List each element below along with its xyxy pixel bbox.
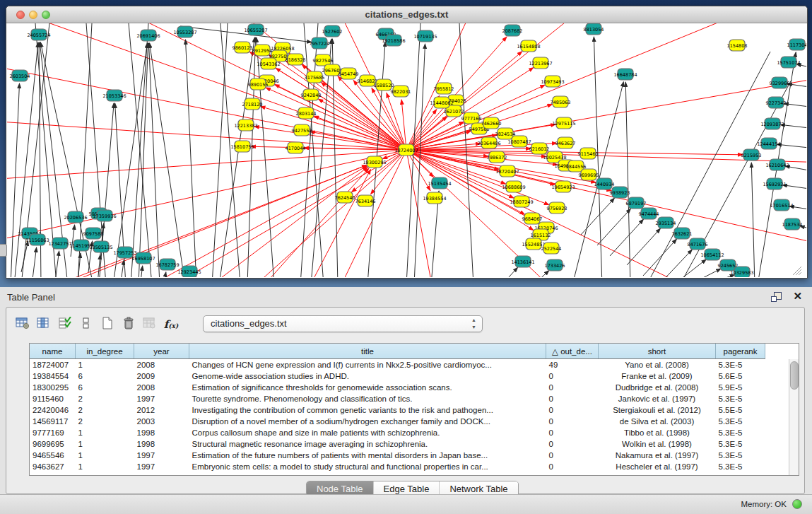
table-row[interactable]: 2242004622012Investigating the contribut… — [30, 404, 765, 416]
graph-node[interactable]: 24055724 — [27, 29, 50, 40]
graph-node[interactable]: 10654112 — [700, 249, 724, 260]
graph-node[interactable]: 9938923 — [610, 187, 630, 198]
table-row[interactable]: 1938455462009Genome-wide association stu… — [30, 370, 765, 382]
graph-node[interactable]: 12093872 — [760, 118, 784, 129]
graph-node[interactable]: 16154808 — [517, 40, 540, 52]
graph-node[interactable]: 7957224 — [310, 37, 330, 49]
graph-node[interactable]: 2803144 — [296, 107, 317, 119]
graph-node[interactable]: 9756928 — [547, 202, 567, 214]
graph-node[interactable]: 7624540 — [335, 192, 355, 203]
table-row[interactable]: 977716911998Corpus callosum shape and si… — [30, 427, 765, 438]
graph-node[interactable]: 15692921 — [763, 178, 786, 189]
graph-node[interactable]: 9427552 — [292, 124, 312, 136]
graph-node[interactable]: 9860123 — [233, 42, 253, 53]
function-builder-icon[interactable]: f(x) — [163, 315, 180, 334]
table-select-dropdown[interactable]: citations_edges.txt ▲▼ — [203, 315, 483, 332]
graph-node[interactable]: 9463627 — [555, 137, 576, 148]
graph-node[interactable]: 1733426 — [545, 259, 565, 271]
graph-node[interactable]: 9890155 — [248, 78, 269, 90]
column-header-title[interactable]: title — [189, 344, 546, 359]
graph-node[interactable]: 10655287 — [244, 24, 267, 35]
column-header-name[interactable]: name — [30, 344, 76, 359]
graph-node[interactable]: 12342757 — [48, 238, 71, 249]
column-header-page[interactable]: pagerank — [716, 344, 765, 359]
graph-node[interactable]: 8454749 — [339, 68, 359, 79]
graph-node[interactable]: 3175685 — [305, 71, 325, 83]
delete-table-icon[interactable] — [120, 315, 137, 334]
graph-node[interactable]: 15751074 — [777, 57, 800, 68]
graph-node[interactable]: 8186328 — [286, 54, 306, 65]
graph-node[interactable]: 9474444 — [639, 208, 659, 219]
scrollbar-thumb[interactable] — [790, 361, 799, 390]
table-row[interactable]: 1872400712008Changes of HCN gene express… — [30, 359, 765, 371]
graph-node[interactable]: 2603504 — [10, 70, 30, 81]
close-panel-icon[interactable]: ✕ — [793, 290, 802, 303]
graph-node[interactable]: 21053346 — [102, 90, 126, 101]
table-row[interactable]: 1456911722003Disruption of a novel membe… — [30, 416, 765, 427]
graph-node[interactable]: 7634146 — [355, 195, 376, 206]
graph-node[interactable]: 20691406 — [136, 30, 160, 41]
new-table-icon[interactable] — [99, 315, 116, 334]
graph-node[interactable]: 9242848 — [301, 89, 322, 100]
select-columns-icon[interactable] — [57, 315, 73, 334]
graph-node[interactable]: 9699695 — [579, 169, 599, 180]
table-row[interactable]: 911546021997Tourette syndrome. Phenomeno… — [30, 393, 765, 404]
graph-node[interactable]: 7955812 — [434, 83, 454, 94]
table-row[interactable]: 969969511998Structural magnetic resonanc… — [30, 438, 765, 450]
column-header-short[interactable]: short — [599, 344, 716, 359]
graph-node[interactable]: 1117304 — [787, 39, 806, 50]
graph-node[interactable]: 9227342 — [766, 97, 787, 108]
graph-node[interactable]: 16648784 — [613, 69, 637, 80]
graph-node[interactable]: 12923445 — [177, 266, 201, 277]
network-canvas[interactable]: 2405572420691406105532871065528715276026… — [7, 23, 806, 277]
graph-node[interactable]: 12444154 — [757, 138, 780, 149]
graph-node[interactable]: 9097588 — [83, 228, 104, 239]
graph-node[interactable]: 9777169 — [461, 112, 482, 124]
panel-collapse-handle[interactable] — [0, 244, 7, 257]
graph-node[interactable]: 9329966 — [770, 77, 790, 88]
table-settings-icon[interactable] — [14, 315, 31, 334]
graph-node[interactable]: 2935134 — [656, 217, 676, 228]
graph-node[interactable]: 17016514 — [770, 199, 793, 211]
graph-node[interactable]: 12213383 — [234, 119, 257, 131]
graph-node[interactable]: 4170044 — [286, 142, 306, 153]
graph-node[interactable]: 2718120 — [242, 98, 263, 110]
column-header-indeg[interactable]: in_degree — [76, 344, 134, 359]
window-resize-grip[interactable] — [793, 267, 801, 275]
graph-node[interactable]: 12975115 — [552, 117, 575, 129]
table-row[interactable]: 946362711997Embryonic stem cells: a mode… — [30, 461, 765, 472]
graph-node[interactable]: 8215953 — [741, 149, 762, 160]
graph-node[interactable]: 2522544 — [541, 243, 562, 254]
graph-node[interactable]: 1440934 — [594, 178, 615, 189]
graph-node[interactable]: 8471676 — [688, 238, 708, 250]
graph-node[interactable]: 15135454 — [428, 177, 451, 189]
table-row[interactable]: 1830029562008Estimation of significance … — [30, 382, 765, 393]
float-panel-icon[interactable] — [771, 291, 782, 303]
graph-node[interactable]: 18300295 — [363, 156, 386, 168]
graph-node[interactable]: 7462660 — [481, 117, 502, 129]
graph-node[interactable]: 6216012 — [529, 143, 550, 154]
graph-node[interactable]: 6879197 — [626, 197, 647, 209]
table-row[interactable]: 946554611997Estimation of the future num… — [30, 450, 765, 461]
graph-node[interactable]: 7485063 — [551, 96, 571, 107]
show-columns-icon[interactable] — [35, 315, 52, 334]
graph-node[interactable]: 9684067 — [522, 213, 543, 224]
graph-node[interactable]: 14136141 — [511, 256, 534, 267]
graph-node[interactable]: 15810755 — [230, 141, 254, 152]
column-header-out[interactable]: △ out_de... — [546, 344, 599, 359]
graph-node[interactable]: 9115460 — [578, 148, 599, 159]
graph-node[interactable]: 8813054 — [584, 23, 604, 35]
graph-node[interactable]: 7632621 — [672, 228, 693, 239]
graph-node[interactable]: 19384554 — [423, 192, 446, 204]
graph-node[interactable]: 1154808 — [727, 40, 748, 51]
graph-node[interactable]: 10688609 — [502, 181, 525, 192]
graph-node[interactable]: 2087682 — [502, 25, 523, 36]
table-vertical-scrollbar[interactable] — [789, 359, 799, 475]
window-titlebar[interactable]: citations_edges.txt — [6, 6, 807, 23]
row-height-icon[interactable] — [78, 315, 95, 334]
graph-node[interactable]: 12213967 — [529, 57, 552, 69]
column-header-year[interactable]: year — [134, 344, 189, 359]
graph-node[interactable]: 1527602 — [322, 25, 343, 37]
graph-node[interactable]: 7986372 — [487, 151, 507, 163]
network-window[interactable]: citations_edges.txt 24055724206914061055… — [6, 6, 808, 279]
